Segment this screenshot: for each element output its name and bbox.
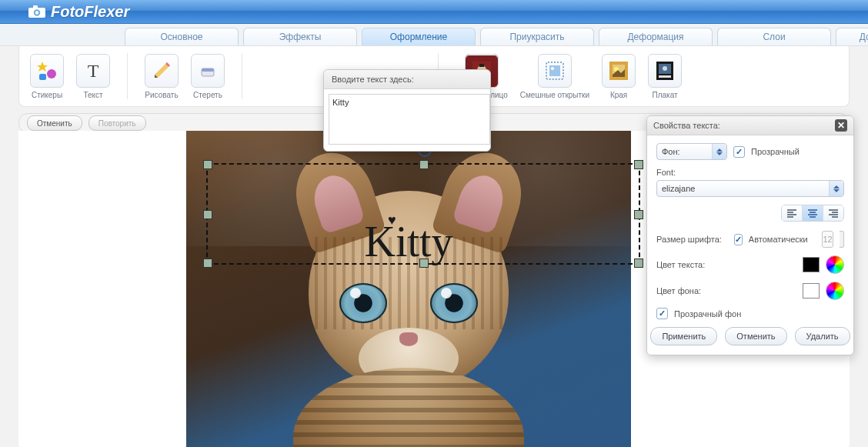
bg-color-swatch[interactable] (803, 283, 820, 299)
font-value: elizajane (662, 184, 695, 193)
tool-edges-label: Края (610, 91, 627, 99)
background-select-label: Фон: (662, 147, 680, 156)
chevron-updown-icon (829, 181, 843, 196)
chevron-updown-icon (712, 144, 726, 159)
redo-button[interactable]: Повторить (88, 115, 146, 131)
svg-point-25 (663, 66, 667, 71)
resize-handle-br[interactable] (634, 259, 643, 268)
tool-edges[interactable]: Края (602, 54, 636, 99)
close-icon[interactable]: ✕ (835, 119, 847, 132)
tab-effects[interactable]: Эффекты (243, 28, 357, 45)
transparent-bg-label: Прозрачный фон (674, 309, 741, 319)
svg-rect-16 (479, 64, 484, 67)
tool-stickers[interactable]: Стикеры (30, 54, 64, 99)
text-input-title[interactable]: Вводите текст здесь: (324, 70, 490, 89)
auto-size-label: Автоматически (749, 235, 808, 244)
bg-color-picker[interactable] (826, 282, 844, 300)
svg-point-3 (35, 11, 38, 14)
app-logo: FotoFlexer (51, 3, 129, 21)
camera-icon (28, 5, 46, 18)
main-tabs: Основное Эффекты Оформление Приукрасить … (0, 24, 868, 46)
resize-handle-bl[interactable] (203, 259, 212, 268)
tab-decorate[interactable]: Оформление (362, 28, 476, 45)
eraser-icon (191, 54, 225, 88)
pencil-icon (145, 54, 179, 88)
svg-rect-12 (202, 68, 214, 72)
tab-distort[interactable]: Деформация (599, 28, 713, 45)
svg-rect-6 (39, 74, 46, 80)
svg-rect-1 (33, 5, 38, 8)
separator (127, 53, 128, 99)
resize-handle-tl[interactable] (203, 160, 212, 169)
align-left-button[interactable] (782, 205, 802, 221)
tab-basic[interactable]: Основное (125, 28, 239, 45)
resize-handle-tm[interactable] (419, 160, 429, 169)
align-center-button[interactable] (802, 205, 823, 221)
text-icon: T (76, 54, 110, 88)
text-color-picker[interactable] (826, 255, 844, 274)
font-size-input[interactable]: 12 (822, 231, 833, 248)
text-input-popup[interactable]: Вводите текст здесь: (323, 69, 491, 152)
edges-icon (602, 54, 636, 88)
app-header: FotoFlexer (0, 0, 868, 24)
apply-button[interactable]: Применить (650, 327, 717, 345)
tool-funny-cards[interactable]: Смешные открытки (520, 54, 589, 99)
text-properties-panel[interactable]: Свойства текста: ✕ Фон: Прозрачный Font:… (646, 115, 854, 355)
svg-point-19 (551, 67, 554, 70)
tool-erase[interactable]: Стереть (191, 54, 225, 99)
resize-handle-ml[interactable] (203, 210, 212, 219)
tool-poster[interactable]: Плакат (648, 54, 682, 99)
tool-text-label: Текст (83, 91, 102, 99)
text-input-field[interactable] (329, 94, 490, 145)
stickers-icon (30, 54, 64, 88)
resize-handle-bm[interactable] (419, 259, 429, 268)
tool-draw-label: Рисовать (145, 91, 178, 99)
tool-stickers-label: Стикеры (32, 91, 62, 99)
svg-marker-4 (37, 62, 48, 72)
text-color-swatch[interactable] (803, 257, 820, 272)
tool-text[interactable]: T Текст (76, 54, 110, 99)
poster-icon (648, 54, 682, 88)
auto-size-checkbox[interactable] (734, 234, 743, 245)
font-label: Font: (656, 168, 676, 177)
tool-erase-label: Стереть (193, 91, 222, 99)
svg-rect-18 (549, 65, 560, 76)
separator (242, 53, 242, 99)
tool-draw[interactable]: Рисовать (145, 54, 179, 99)
svg-marker-8 (155, 64, 169, 78)
props-title: Свойства текста: (653, 121, 720, 130)
text-selection-box[interactable] (206, 163, 640, 265)
background-select[interactable]: Фон: (656, 143, 727, 160)
svg-text:T: T (88, 61, 99, 81)
tab-beautify[interactable]: Приукрасить (480, 28, 594, 45)
bg-color-label: Цвет фона: (656, 286, 701, 295)
props-header[interactable]: Свойства текста: ✕ (647, 116, 853, 135)
undo-button[interactable]: Отменить (27, 115, 82, 131)
align-right-button[interactable] (823, 205, 843, 221)
cancel-button[interactable]: Отменить (725, 327, 786, 345)
font-size-stepper[interactable] (840, 231, 844, 248)
svg-point-5 (47, 69, 56, 78)
tab-advanced[interactable]: Дополнительно (836, 28, 868, 45)
cards-icon (538, 54, 572, 88)
transparent-label: Прозрачный (751, 147, 800, 156)
text-color-label: Цвет текста: (656, 260, 705, 269)
tool-poster-label: Плакат (653, 91, 678, 99)
text-align-group (781, 205, 844, 222)
transparent-checkbox[interactable] (733, 146, 745, 158)
svg-rect-26 (659, 75, 671, 78)
font-select[interactable]: elizajane (656, 180, 844, 197)
resize-handle-mr[interactable] (634, 210, 643, 219)
delete-button[interactable]: Удалить (795, 327, 850, 345)
tab-layers[interactable]: Слои (717, 28, 831, 45)
transparent-bg-checkbox[interactable] (656, 308, 668, 319)
font-size-label: Размер шрифта: (656, 235, 722, 244)
resize-handle-tr[interactable] (634, 160, 643, 169)
tool-cards-label: Смешные открытки (520, 91, 589, 99)
